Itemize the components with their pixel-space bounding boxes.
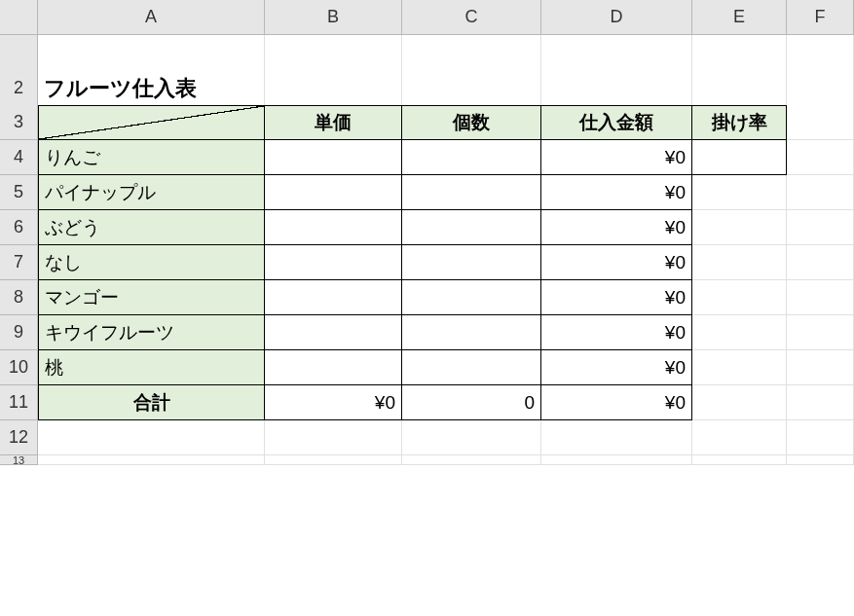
cell-F7[interactable] <box>787 245 854 280</box>
cell-A6-item[interactable]: ぶどう <box>38 210 265 245</box>
cell-E3-header-kakeritsu[interactable]: 掛け率 <box>692 105 787 140</box>
cell-B9[interactable] <box>265 315 402 350</box>
cell-D11-total-shiire[interactable]: ¥0 <box>541 385 692 420</box>
cell-B8[interactable] <box>265 280 402 315</box>
cell-D6-amount[interactable]: ¥0 <box>541 210 692 245</box>
cell-E12[interactable] <box>692 420 787 455</box>
row-header-5[interactable]: 5 <box>0 175 38 210</box>
cell-B10[interactable] <box>265 350 402 385</box>
cell-B3-header-tanka[interactable]: 単価 <box>265 105 402 140</box>
cell-B6[interactable] <box>265 210 402 245</box>
cell-B11-total-tanka[interactable]: ¥0 <box>265 385 402 420</box>
cell-C4[interactable] <box>402 140 541 175</box>
cell-D10-amount[interactable]: ¥0 <box>541 350 692 385</box>
cell-F4[interactable] <box>787 140 854 175</box>
cell-E10[interactable] <box>692 350 787 385</box>
cell-E9[interactable] <box>692 315 787 350</box>
cell-D12[interactable] <box>541 420 692 455</box>
col-header-C[interactable]: C <box>402 0 541 35</box>
cell-A2-title[interactable]: フルーツ仕入表 <box>38 70 265 107</box>
cell-E4[interactable] <box>692 140 787 175</box>
cell-C13[interactable] <box>402 455 541 465</box>
cell-C7[interactable] <box>402 245 541 280</box>
cell-D13[interactable] <box>541 455 692 465</box>
row-header-3[interactable]: 3 <box>0 105 38 140</box>
row-header-4[interactable]: 4 <box>0 140 38 175</box>
cell-C12[interactable] <box>402 420 541 455</box>
cell-B12[interactable] <box>265 420 402 455</box>
cell-E6[interactable] <box>692 210 787 245</box>
cell-C9[interactable] <box>402 315 541 350</box>
cell-F12[interactable] <box>787 420 854 455</box>
cell-F10[interactable] <box>787 350 854 385</box>
cell-E5[interactable] <box>692 175 787 210</box>
cell-D4-amount[interactable]: ¥0 <box>541 140 692 175</box>
row-header-6[interactable]: 6 <box>0 210 38 245</box>
cell-F13[interactable] <box>787 455 854 465</box>
cell-B2[interactable] <box>265 70 402 107</box>
row-header-11[interactable]: 11 <box>0 385 38 420</box>
cell-A3-diagonal-header[interactable] <box>38 105 265 140</box>
cell-D2[interactable] <box>541 70 692 107</box>
cell-F11[interactable] <box>787 385 854 420</box>
row-header-8[interactable]: 8 <box>0 280 38 315</box>
col-header-F[interactable]: F <box>787 0 854 35</box>
cell-A13[interactable] <box>38 455 265 465</box>
cell-A5-item[interactable]: パイナップル <box>38 175 265 210</box>
cell-E2[interactable] <box>692 70 787 107</box>
cell-C3-header-kosu[interactable]: 個数 <box>402 105 541 140</box>
cell-D9-amount[interactable]: ¥0 <box>541 315 692 350</box>
cell-C5[interactable] <box>402 175 541 210</box>
cell-F8[interactable] <box>787 280 854 315</box>
cell-D7-amount[interactable]: ¥0 <box>541 245 692 280</box>
cell-F6[interactable] <box>787 210 854 245</box>
cell-F2[interactable] <box>787 70 854 107</box>
row-header-10[interactable]: 10 <box>0 350 38 385</box>
cell-A7-item[interactable]: なし <box>38 245 265 280</box>
cell-E13[interactable] <box>692 455 787 465</box>
cell-A9-item[interactable]: キウイフルーツ <box>38 315 265 350</box>
col-header-B[interactable]: B <box>265 0 402 35</box>
cell-D5-amount[interactable]: ¥0 <box>541 175 692 210</box>
cell-C11-total-kosu[interactable]: 0 <box>402 385 541 420</box>
col-header-A[interactable]: A <box>38 0 265 35</box>
cell-E8[interactable] <box>692 280 787 315</box>
cell-C6[interactable] <box>402 210 541 245</box>
cell-E7[interactable] <box>692 245 787 280</box>
row-header-9[interactable]: 9 <box>0 315 38 350</box>
row-header-12[interactable]: 12 <box>0 420 38 455</box>
cell-B4[interactable] <box>265 140 402 175</box>
col-header-E[interactable]: E <box>692 0 787 35</box>
cell-F5[interactable] <box>787 175 854 210</box>
cell-A12[interactable] <box>38 420 265 455</box>
cell-C2[interactable] <box>402 70 541 107</box>
cell-D8-amount[interactable]: ¥0 <box>541 280 692 315</box>
spreadsheet-grid: A B C D E F 1 2 フルーツ仕入表 3 単価 個数 仕入金額 掛け率… <box>0 0 854 490</box>
col-header-D[interactable]: D <box>541 0 692 35</box>
cell-A8-item[interactable]: マンゴー <box>38 280 265 315</box>
cell-F3[interactable] <box>787 105 854 140</box>
cell-D3-header-shiire[interactable]: 仕入金額 <box>541 105 692 140</box>
cell-C8[interactable] <box>402 280 541 315</box>
cell-B7[interactable] <box>265 245 402 280</box>
cell-E11[interactable] <box>692 385 787 420</box>
cell-A4-item[interactable]: りんご <box>38 140 265 175</box>
cell-F9[interactable] <box>787 315 854 350</box>
row-header-13[interactable]: 13 <box>0 455 38 465</box>
cell-A11-total-label[interactable]: 合計 <box>38 385 265 420</box>
cell-A10-item[interactable]: 桃 <box>38 350 265 385</box>
cell-B5[interactable] <box>265 175 402 210</box>
cell-C10[interactable] <box>402 350 541 385</box>
row-header-2[interactable]: 2 <box>0 70 38 107</box>
row-header-7[interactable]: 7 <box>0 245 38 280</box>
select-all-corner[interactable] <box>0 0 38 35</box>
cell-B13[interactable] <box>265 455 402 465</box>
